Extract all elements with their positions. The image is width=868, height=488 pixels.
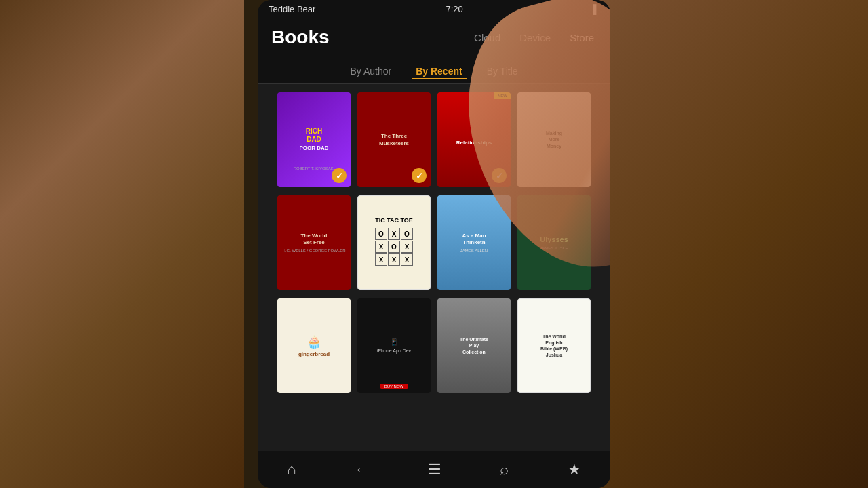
book-cover-art: RICHDADPOOR DAD [299,127,328,152]
author-name: JAMES JOYCE [540,246,568,250]
cell-7: X [388,253,400,266]
book-cover-text: MakingMoreMoney [546,130,562,148]
red-banner: BUY NOW [380,384,408,389]
cell-2: O [401,228,413,240]
cell-5: X [401,241,413,253]
book-three-musketeers[interactable]: The ThreeMusketeers ✓ [357,92,431,187]
book-cover-text: The WorldEnglishBible (WEB)Joshua [540,333,568,358]
back-button[interactable]: ← [348,458,376,481]
book-cover-text: gingerbread [298,351,330,357]
back-icon: ← [355,461,370,479]
sort-by-author[interactable]: By Author [346,64,395,79]
sort-by-recent[interactable]: By Recent [412,64,466,79]
book-tic-tac-toe[interactable]: TIC TAC TOE O X O X O X X X X [357,195,431,290]
user-name: Teddie Bear [269,4,315,14]
author-label: ROBERT T. KIYOSAKI [294,167,335,171]
tab-store[interactable]: Store [567,30,597,45]
search-button[interactable]: ⌕ [493,458,515,481]
books-row-2: The WorldSet Free H.G. WELLS / GEORGE FO… [269,195,599,290]
book-cover-text: The WorldSet Free [301,232,328,247]
phone-icon: 📱 [390,338,398,346]
tic-tac-grid: O X O X O X X X X [375,228,413,266]
book-cover-text: Ulysses [540,235,568,243]
download-badge: ✓ [492,168,507,183]
book-cover-text: Relationships [456,140,492,146]
book-as-a-man[interactable]: As a ManThinketh JAMES ALLEN [437,195,511,290]
author-name: JAMES ALLEN [460,249,488,253]
book-iphone[interactable]: 📱 iPhone App Dev BUY NOW [357,298,431,393]
header: Books Cloud Device Store [258,18,610,59]
clock: 7:20 [446,4,462,14]
book-cover-text: iPhone App Dev [377,348,411,353]
home-button[interactable]: ⌂ [280,458,302,481]
favorites-button[interactable]: ★ [561,458,588,481]
book-cover-text: The UltimatePlayCollection [460,336,488,354]
books-grid: RICHDADPOOR DAD ROBERT T. KIYOSAKI ✓ The… [258,84,610,451]
tablet-frame: Teddie Bear 7:20 ▌ Books Cloud Device St… [258,0,610,488]
search-icon: ⌕ [500,461,509,479]
cell-8: X [401,253,413,266]
nav-tabs: Cloud Device Store [471,30,597,45]
download-badge: ✓ [412,168,427,183]
book-making-money[interactable]: MakingMoreMoney [517,92,591,187]
home-icon: ⌂ [287,461,296,479]
book-relationships[interactable]: NEW Relationships ✓ [437,92,511,187]
star-icon: ★ [568,461,581,479]
book-cover-text: The ThreeMusketeers [379,132,409,147]
main-screen: Books Cloud Device Store By Author By Re… [258,18,610,488]
books-row-1: RICHDADPOOR DAD ROBERT T. KIYOSAKI ✓ The… [269,92,599,187]
cell-3: X [375,241,387,253]
book-ulysses[interactable]: Ulysses JAMES JOYCE [517,195,591,290]
sort-by-title[interactable]: By Title [483,64,522,79]
books-row-3: 🧁 gingerbread 📱 iPhone App Dev BUY NOW T… [269,298,599,393]
app-title: Books [271,26,330,48]
battery-icon: ▌ [593,4,599,14]
cell-4: O [388,241,400,253]
cell-6: X [375,253,387,266]
book-cover-text: As a ManThinketh [462,232,486,247]
tab-cloud[interactable]: Cloud [471,30,503,45]
bottom-nav: ⌂ ← ☰ ⌕ ★ [258,451,610,488]
cell-0: O [375,228,387,240]
book-world-set-free[interactable]: The WorldSet Free H.G. WELLS / GEORGE FO… [277,195,351,290]
book-gingerbread[interactable]: 🧁 gingerbread [277,298,351,393]
cell-1: X [388,228,400,240]
book-rich-dad[interactable]: RICHDADPOOR DAD ROBERT T. KIYOSAKI ✓ [277,92,351,187]
new-banner: NEW [494,92,511,99]
status-bar: Teddie Bear 7:20 ▌ [258,0,610,18]
book-world-english[interactable]: The WorldEnglishBible (WEB)Joshua [517,298,591,393]
tab-device[interactable]: Device [517,30,553,45]
menu-icon: ☰ [428,461,441,479]
gingerbread-icon: 🧁 [307,335,321,350]
author-name: H.G. WELLS / GEORGE FOWLER [282,249,345,253]
menu-button[interactable]: ☰ [421,458,448,481]
download-badge: ✓ [332,168,347,183]
book-ultimate-play[interactable]: The UltimatePlayCollection [437,298,511,393]
tic-tac-title: TIC TAC TOE [375,217,413,224]
sort-tabs: By Author By Recent By Title [258,59,610,84]
